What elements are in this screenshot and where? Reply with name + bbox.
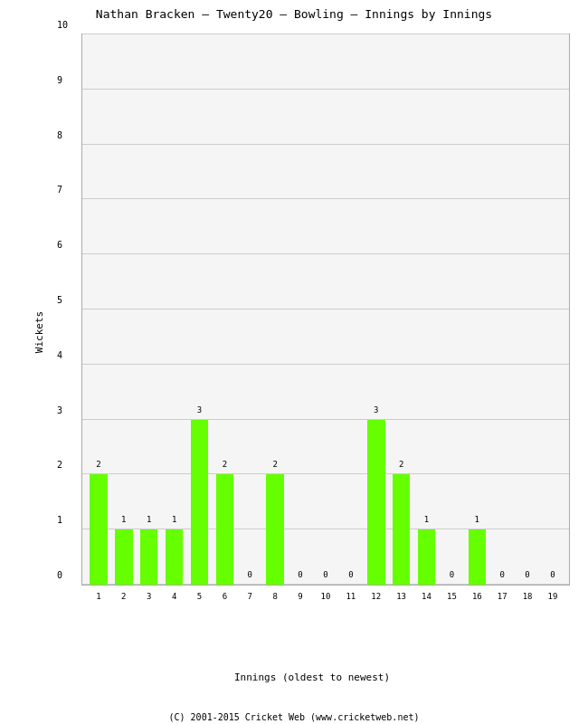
bar-group: 018: [515, 34, 540, 585]
chart-area: Wickets 01234567891021121314352607280901…: [45, 24, 579, 640]
bar: 2: [266, 474, 284, 585]
y-tick-label: 3: [57, 405, 62, 414]
chart-container: Nathan Bracken – Twenty20 – Bowling – In…: [0, 0, 588, 724]
bar-value-label: 1: [424, 515, 429, 524]
x-tick-label: 18: [523, 592, 533, 601]
bar-value-label: 0: [348, 570, 353, 579]
y-axis-label: Wickets: [33, 311, 45, 353]
bar: 2: [216, 474, 234, 585]
x-axis-label: Innings (oldest to newest): [234, 672, 390, 683]
bar-group: 010: [313, 34, 338, 585]
bar-group: 26: [212, 34, 237, 585]
x-tick-label: 5: [197, 592, 202, 601]
x-tick-label: 2: [121, 592, 126, 601]
x-tick-label: 1: [96, 592, 100, 601]
x-tick-label: 14: [422, 592, 432, 601]
bar-value-label: 2: [272, 460, 277, 469]
chart-title: Nathan Bracken – Twenty20 – Bowling – In…: [96, 7, 492, 21]
y-tick-label: 8: [57, 129, 62, 139]
bar-value-label: 3: [197, 405, 202, 414]
x-tick-label: 11: [346, 592, 356, 601]
y-tick-label: 0: [57, 570, 62, 580]
x-tick-label: 7: [248, 592, 252, 601]
x-tick-label: 17: [498, 592, 507, 601]
bar-group: 35: [187, 34, 213, 585]
bar-value-label: 0: [298, 570, 302, 579]
x-tick-label: 19: [548, 592, 558, 601]
y-tick-label: 5: [57, 295, 62, 305]
x-tick-label: 3: [147, 592, 151, 601]
bar: 1: [469, 529, 487, 585]
bar-group: 12: [111, 34, 137, 585]
bar-value-label: 3: [374, 405, 378, 414]
bar-group: 011: [338, 34, 364, 585]
bar-value-label: 1: [172, 515, 176, 524]
bar-group: 21: [86, 34, 111, 585]
bar-value-label: 0: [450, 570, 454, 579]
bar-value-label: 2: [399, 460, 403, 469]
y-tick-label: 10: [57, 20, 68, 30]
bar-value-label: 0: [248, 570, 252, 579]
bar-group: 114: [414, 34, 440, 585]
y-tick-label: 6: [57, 240, 62, 250]
bar: 1: [115, 529, 133, 585]
bar-value-label: 2: [223, 460, 227, 469]
bar-value-label: 0: [550, 570, 555, 579]
bar-value-label: 0: [323, 570, 327, 579]
bar-group: 13: [137, 34, 162, 585]
bar-group: 09: [288, 34, 313, 585]
y-tick-label: 2: [57, 460, 62, 470]
bar-group: 07: [237, 34, 262, 585]
y-tick-label: 7: [57, 185, 62, 195]
chart-inner: 0123456789102112131435260728090100113122…: [81, 33, 570, 586]
x-tick-label: 8: [272, 592, 277, 601]
bar-value-label: 1: [475, 515, 479, 524]
bars-area: 2112131435260728090100113122131140151160…: [82, 34, 569, 585]
y-tick-label: 4: [57, 349, 62, 359]
x-tick-label: 6: [223, 592, 227, 601]
bar-group: 019: [540, 34, 565, 585]
x-tick-label: 12: [371, 592, 381, 601]
bar: 2: [90, 474, 108, 585]
bar: 1: [140, 529, 158, 585]
y-tick-label: 1: [57, 515, 62, 525]
bar-group: 015: [439, 34, 464, 585]
x-tick-label: 4: [172, 592, 176, 601]
bar-group: 017: [489, 34, 515, 585]
x-tick-label: 13: [396, 592, 406, 601]
bar-value-label: 2: [96, 460, 100, 469]
bar-value-label: 0: [499, 570, 504, 579]
bar-group: 116: [464, 34, 489, 585]
bar-value-label: 1: [147, 515, 151, 524]
x-tick-label: 16: [472, 592, 482, 601]
bar: 1: [418, 529, 436, 585]
copyright: (C) 2001-2015 Cricket Web (www.cricketwe…: [169, 705, 420, 722]
bar-value-label: 0: [525, 570, 529, 579]
bar: 3: [191, 420, 209, 585]
bar-value-label: 1: [121, 515, 126, 524]
x-tick-label: 10: [321, 592, 331, 601]
bar-group: 14: [162, 34, 187, 585]
bar: 2: [393, 474, 411, 585]
y-tick-label: 9: [57, 74, 62, 84]
bar: 1: [166, 529, 184, 585]
bar-group: 312: [364, 34, 389, 585]
x-tick-label: 9: [298, 592, 302, 601]
bar-group: 28: [262, 34, 288, 585]
bar: 3: [367, 420, 385, 585]
x-tick-label: 15: [447, 592, 457, 601]
bar-group: 213: [389, 34, 414, 585]
